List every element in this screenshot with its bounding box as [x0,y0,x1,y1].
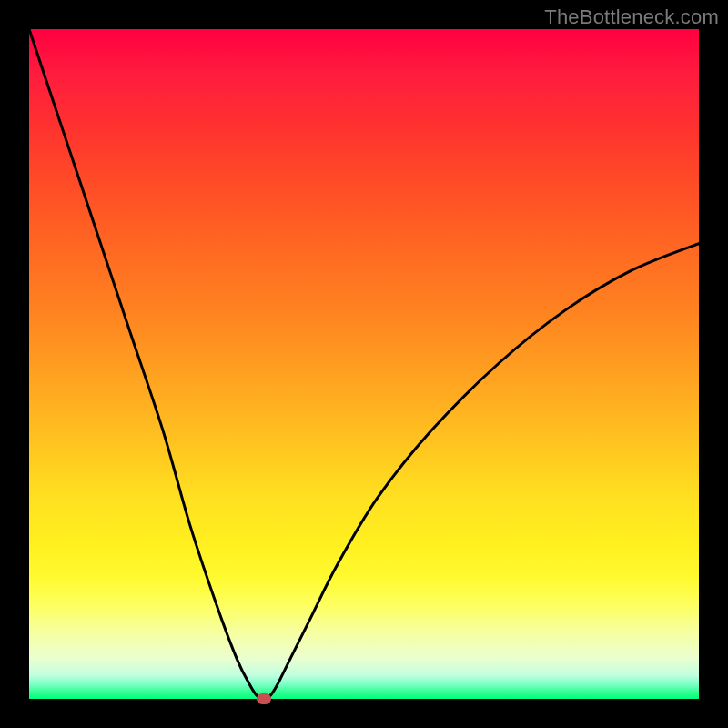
chart-container: TheBottleneck.com [0,0,728,728]
watermark-text: TheBottleneck.com [544,5,719,29]
optimal-point-marker [257,693,271,704]
bottleneck-curve-path [29,29,699,699]
curve-svg [29,29,699,699]
plot-area [29,29,699,699]
